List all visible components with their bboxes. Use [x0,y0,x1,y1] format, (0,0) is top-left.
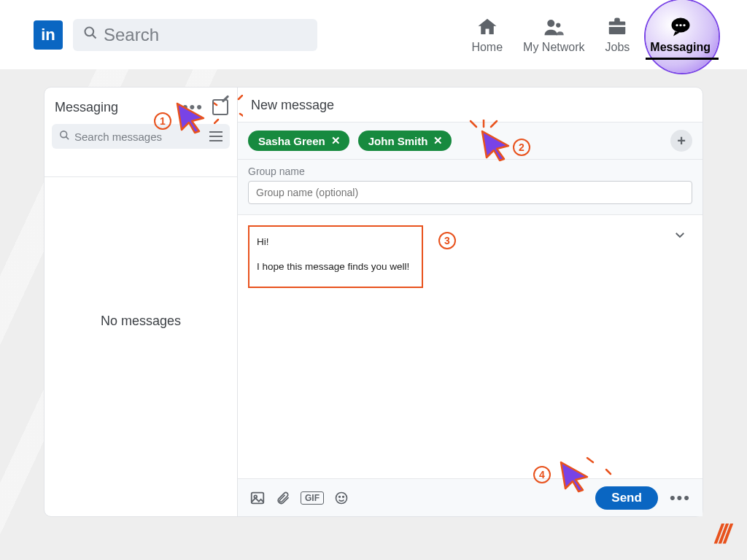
watermark: /// [715,519,728,550]
global-search-placeholder: Search [104,25,159,45]
nav-messaging-label: Messaging [650,41,711,54]
recipient-name: Sasha Green [258,135,325,147]
top-navbar: in Search Home My Network Jobs Messaging [0,0,747,69]
svg-point-2 [548,20,555,27]
cursor-icon [558,459,592,493]
group-name-input[interactable] [248,181,692,204]
filter-icon[interactable] [209,131,222,141]
main-panel: Messaging ••• Search messages No message… [44,87,703,517]
spark-annotation [214,95,243,124]
recipient-name: John Smith [368,135,428,147]
recipient-chip[interactable]: Sasha Green ✕ [248,131,349,151]
nav-home[interactable]: Home [471,16,503,54]
gif-icon[interactable]: GIF [301,491,324,505]
empty-state-text: No messages [44,126,237,516]
remove-recipient-icon[interactable]: ✕ [331,134,341,147]
message-body-highlight: Hi! I hope this message finds you well! [248,225,423,288]
svg-line-15 [214,120,218,124]
step-badge-1: 1 [154,112,171,130]
step-badge-3: 3 [438,232,456,249]
svg-point-5 [676,23,678,26]
svg-line-16 [239,95,243,99]
sidebar-header: Messaging ••• [44,88,237,124]
step-badge-2: 2 [513,139,530,156]
svg-line-19 [471,121,476,127]
svg-line-23 [606,470,611,474]
nav-home-label: Home [471,41,503,54]
svg-line-21 [491,121,497,127]
svg-line-18 [240,114,243,117]
messaging-sidebar: Messaging ••• Search messages No message… [44,88,238,516]
svg-point-7 [683,23,685,26]
nav-network-label: My Network [523,41,584,54]
cursor-icon [174,101,208,134]
svg-point-13 [339,496,341,497]
more-options-icon[interactable]: ••• [670,489,691,508]
message-body-area[interactable]: Hi! I hope this message finds you well! [238,215,703,478]
cursor-icon [479,128,513,162]
image-icon[interactable] [249,490,266,506]
remove-recipient-icon[interactable]: ✕ [433,134,443,147]
logo-text: in [41,26,55,44]
active-underline [646,58,719,60]
add-recipient-button[interactable]: + [670,130,692,152]
chevron-down-icon[interactable] [673,228,686,241]
compose-title: New message [238,88,703,122]
svg-line-1 [93,34,96,38]
home-icon [476,16,498,38]
nav-jobs-label: Jobs [605,41,630,54]
messaging-icon [670,16,692,38]
nav-jobs[interactable]: Jobs [605,16,630,54]
attachment-icon[interactable] [276,491,290,505]
emoji-icon[interactable] [334,491,349,505]
svg-point-3 [556,23,560,27]
svg-point-14 [343,496,344,497]
message-line: Hi! [257,234,414,250]
recipient-chip[interactable]: John Smith ✕ [358,131,452,151]
nav-network[interactable]: My Network [523,16,584,54]
svg-point-0 [85,27,94,36]
compose-footer: GIF Send ••• [238,478,703,516]
people-icon [543,16,565,38]
message-line: I hope this message finds you well! [257,259,414,275]
group-name-section: Group name [238,160,703,215]
step-badge-4: 4 [533,466,551,483]
svg-point-12 [336,492,347,503]
search-icon [83,26,98,44]
send-button[interactable]: Send [595,486,658,510]
linkedin-logo[interactable]: in [34,20,63,50]
sidebar-title: Messaging [55,100,118,115]
svg-point-6 [679,23,681,26]
group-name-label: Group name [248,166,692,177]
svg-rect-10 [252,492,264,503]
briefcase-icon [606,16,628,38]
global-search-input[interactable]: Search [73,19,317,51]
compose-panel: New message Sasha Green ✕ John Smith ✕ +… [238,88,703,516]
nav-messaging[interactable]: Messaging [650,16,711,54]
svg-line-17 [214,102,217,105]
